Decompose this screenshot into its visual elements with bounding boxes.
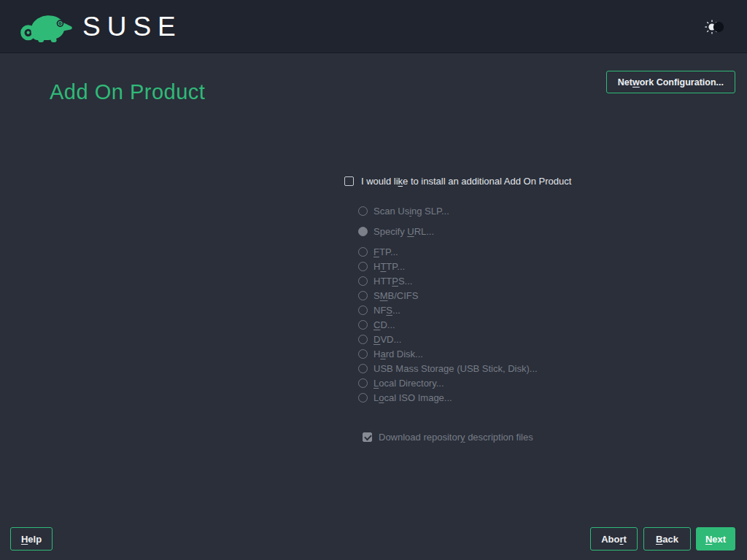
radio-option-cd[interactable]: CD... xyxy=(358,317,395,332)
radio-label: Local ISO Image... xyxy=(374,392,452,403)
radio-label: USB Mass Storage (USB Stick, Disk)... xyxy=(374,363,538,374)
radio-label: Local Directory... xyxy=(374,378,444,389)
radio-icon[interactable] xyxy=(358,206,368,216)
radio-icon[interactable] xyxy=(358,306,368,315)
radio-icon[interactable] xyxy=(358,349,368,359)
checkbox-unchecked-icon[interactable] xyxy=(344,176,354,186)
header-bar: SUSE xyxy=(0,0,747,53)
radio-label: HTTPS... xyxy=(374,276,412,287)
abort-button[interactable]: Abort xyxy=(590,527,638,551)
page-title: Add On Product xyxy=(50,80,205,104)
radio-option-ftp[interactable]: FTP... xyxy=(358,244,398,259)
radio-option-dvd[interactable]: DVD... xyxy=(358,332,401,346)
radio-option-nfs[interactable]: NFS... xyxy=(358,303,400,317)
radio-icon[interactable] xyxy=(358,262,368,271)
addon-product-checkbox-label: I would like to install an additional Ad… xyxy=(361,176,571,187)
suse-chameleon-icon xyxy=(19,9,73,43)
radio-selected-icon[interactable] xyxy=(358,227,368,236)
radio-icon[interactable] xyxy=(358,247,368,257)
radio-option-usb-mass-storage[interactable]: USB Mass Storage (USB Stick, Disk)... xyxy=(358,361,538,376)
radio-icon[interactable] xyxy=(358,335,368,344)
radio-label: Hard Disk... xyxy=(374,349,423,359)
radio-icon[interactable] xyxy=(358,378,368,388)
radio-option-local-directory[interactable]: Local Directory... xyxy=(358,376,444,390)
back-button[interactable]: Back xyxy=(643,527,691,551)
radio-option-local-iso-image[interactable]: Local ISO Image... xyxy=(358,390,452,405)
help-button[interactable]: Help xyxy=(10,527,53,551)
radio-label: NFS... xyxy=(374,305,400,316)
radio-option-https[interactable]: HTTPS... xyxy=(358,273,412,288)
checkbox-checked-icon[interactable] xyxy=(363,432,372,442)
radio-option-smb-cifs[interactable]: SMB/CIFS xyxy=(358,288,418,303)
radio-icon[interactable] xyxy=(358,291,368,300)
radio-icon[interactable] xyxy=(358,276,368,286)
radio-label: Specify URL... xyxy=(374,226,434,237)
download-descriptions-label: Download repository description files xyxy=(379,432,533,443)
radio-label: DVD... xyxy=(374,334,401,345)
radio-option-scan-slp[interactable]: Scan Using SLP... xyxy=(358,203,449,218)
radio-label: FTP... xyxy=(374,246,398,257)
radio-icon[interactable] xyxy=(358,320,368,330)
suse-logo: SUSE xyxy=(19,9,182,43)
radio-icon[interactable] xyxy=(358,393,368,402)
radio-option-http[interactable]: HTTP... xyxy=(358,259,405,273)
light-dark-toggle-icon xyxy=(705,18,728,36)
radio-label: CD... xyxy=(374,319,395,330)
radio-option-specify-url[interactable]: Specify URL... xyxy=(358,224,434,238)
radio-label: SMB/CIFS xyxy=(374,290,418,301)
download-descriptions-checkbox[interactable]: Download repository description files xyxy=(363,432,533,442)
network-configuration-button[interactable]: Network Configuration... xyxy=(606,71,735,93)
next-button[interactable]: Next xyxy=(696,527,735,551)
radio-label: Scan Using SLP... xyxy=(374,206,449,217)
brand-wordmark: SUSE xyxy=(82,13,182,40)
radio-icon[interactable] xyxy=(358,364,368,373)
addon-product-checkbox[interactable]: I would like to install an additional Ad… xyxy=(344,175,571,187)
theme-toggle-button[interactable] xyxy=(705,18,728,36)
radio-option-hard-disk[interactable]: Hard Disk... xyxy=(358,346,423,361)
radio-label: HTTP... xyxy=(374,261,405,272)
